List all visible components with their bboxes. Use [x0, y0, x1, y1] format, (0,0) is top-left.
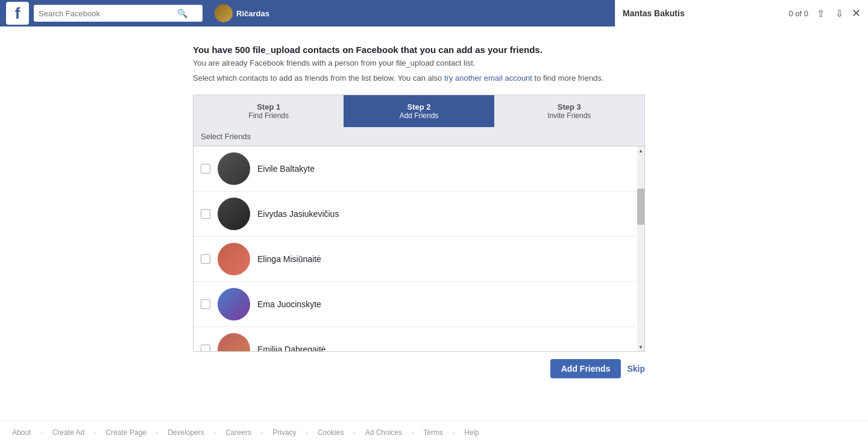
select-friends-header: Select Friends [193, 127, 644, 146]
overlay-search-name: Mantas Bakutis [623, 8, 782, 18]
steps-container: Step 1 Find Friends Step 2 Add Friends S… [193, 95, 645, 127]
avatar [218, 243, 250, 275]
scroll-down-arrow[interactable]: ▼ [637, 343, 644, 351]
footer-link[interactable]: Privacy [272, 428, 296, 437]
footer-link[interactable]: Careers [225, 428, 251, 437]
list-item: Eivydas Jasiukevičius [193, 192, 644, 237]
nav-user: Ričardas [215, 4, 269, 22]
sub-text-2: Select which contacts to add as friends … [193, 73, 663, 83]
list-item: Emilija Dabregaitė [193, 327, 644, 351]
facebook-logo: f [6, 2, 29, 25]
step-2-num: Step 2 [353, 102, 484, 111]
add-friends-button[interactable]: Add Friends [550, 359, 621, 378]
footer-separator: · [306, 428, 308, 437]
scrollbar-thumb[interactable] [637, 189, 644, 225]
overlay-next-button[interactable]: ⇩ [833, 7, 846, 20]
friend-name: Elinga Misiūnaitė [257, 254, 321, 264]
footer-separator: · [40, 428, 42, 437]
friend-checkbox[interactable] [201, 209, 210, 219]
search-overlay: Mantas Bakutis 0 of 0 ⇧ ⇩ ✕ [615, 0, 868, 27]
footer-link[interactable]: Help [464, 428, 479, 437]
step-3[interactable]: Step 3 Invite Friends [494, 95, 644, 127]
footer: About · Create Ad · Create Page · Develo… [0, 421, 868, 444]
friend-checkbox[interactable] [201, 164, 210, 174]
friend-checkbox[interactable] [201, 254, 210, 264]
overlay-prev-button[interactable]: ⇧ [814, 7, 827, 20]
search-box[interactable]: 🔍 [34, 5, 203, 22]
list-item: Ema Juocinskyte [193, 282, 644, 327]
step-3-num: Step 3 [504, 102, 635, 111]
friend-checkbox[interactable] [201, 299, 210, 309]
footer-separator: · [214, 428, 216, 437]
overlay-close-button[interactable]: ✕ [852, 7, 861, 20]
step-2-label: Add Friends [353, 111, 484, 120]
sub2-after: to find more friends. [535, 73, 604, 83]
friend-name: Eivile Baltakyte [257, 164, 315, 174]
avatar [218, 198, 250, 230]
sub2-before: Select which contacts to add as friends … [193, 73, 442, 83]
footer-link[interactable]: Cookies [318, 428, 344, 437]
footer-link[interactable]: Developers [168, 428, 204, 437]
action-buttons: Add Friends Skip [193, 359, 645, 378]
list-item: Eivile Baltakyte [193, 146, 644, 192]
footer-link[interactable]: Terms [423, 428, 443, 437]
footer-link[interactable]: Create Page [105, 428, 146, 437]
footer-link[interactable]: Create Ad [52, 428, 84, 437]
navbar: f 🔍 Ričardas Home Find Fr... Mantas Baku… [0, 0, 868, 27]
avatar [218, 152, 250, 185]
main-heading: You have 500 file_upload contacts on Fac… [193, 45, 663, 55]
avatar [218, 288, 250, 320]
try-another-email-link[interactable]: try another email account [444, 73, 532, 83]
list-item: Elinga Misiūnaitė [193, 237, 644, 282]
avatar [218, 333, 250, 351]
friend-list-container: Select Friends Eivile BaltakyteEivydas J… [193, 127, 645, 352]
friend-list: Eivile BaltakyteEivydas JasiukevičiusEli… [193, 146, 644, 351]
footer-separator: · [353, 428, 355, 437]
footer-link[interactable]: About [12, 428, 31, 437]
step-2[interactable]: Step 2 Add Friends [344, 95, 494, 127]
scrollbar-track: ▲ ▼ [637, 146, 644, 351]
main-content: You have 500 file_upload contacts on Fac… [0, 27, 663, 378]
friend-name: Eivydas Jasiukevičius [257, 209, 339, 219]
avatar [215, 4, 233, 22]
skip-button[interactable]: Skip [627, 364, 645, 374]
step-1-num: Step 1 [203, 102, 334, 111]
footer-separator: · [453, 428, 454, 437]
footer-separator: · [261, 428, 263, 437]
overlay-count: 0 of 0 [788, 9, 808, 18]
sub-text-1: You are already Facebook friends with a … [193, 58, 663, 67]
search-input[interactable] [39, 9, 177, 18]
friend-checkbox[interactable] [201, 345, 210, 351]
search-icon: 🔍 [177, 8, 187, 18]
step-1[interactable]: Step 1 Find Friends [193, 95, 344, 127]
footer-separator: · [156, 428, 158, 437]
footer-separator: · [412, 428, 414, 437]
friend-name: Emilija Dabregaitė [257, 345, 326, 351]
step-1-label: Find Friends [203, 111, 334, 120]
scroll-up-arrow[interactable]: ▲ [637, 146, 644, 155]
nav-username: Ričardas [236, 9, 269, 18]
footer-link[interactable]: Ad Choices [365, 428, 402, 437]
friend-name: Ema Juocinskyte [257, 299, 321, 309]
step-3-label: Invite Friends [504, 111, 635, 120]
footer-separator: · [94, 428, 96, 437]
